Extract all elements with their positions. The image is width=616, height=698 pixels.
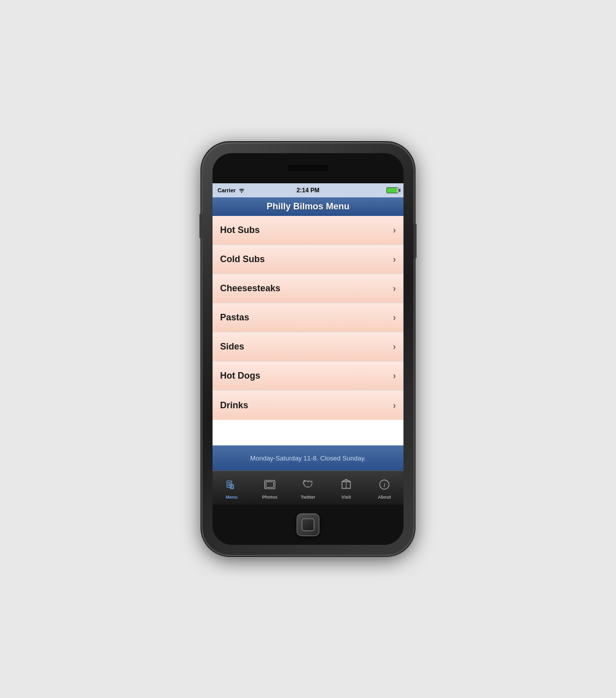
status-time: 2:14 PM xyxy=(296,187,319,194)
navigation-bar: Philly Bilmos Menu xyxy=(213,197,403,216)
menu-item-pastas[interactable]: Pastas › xyxy=(213,303,403,332)
menu-item-hot-subs[interactable]: Hot Subs › xyxy=(213,216,403,245)
wifi-icon xyxy=(238,188,245,193)
status-right xyxy=(386,187,398,193)
chevron-icon-hot-subs: › xyxy=(393,225,396,236)
menu-item-label-pastas: Pastas xyxy=(220,312,249,323)
menu-item-label-hot-subs: Hot Subs xyxy=(220,225,260,236)
tab-twitter[interactable]: Twitter xyxy=(289,471,327,505)
phone-body: Carrier 2:14 PM Philly Bilmos Menu xyxy=(213,153,403,545)
menu-item-hot-dogs[interactable]: Hot Dogs › xyxy=(213,362,403,391)
phone-top-area xyxy=(213,153,403,183)
svg-rect-4 xyxy=(230,485,234,489)
tab-menu-label: Menu xyxy=(226,495,238,500)
menu-item-label-hot-dogs: Hot Dogs xyxy=(220,371,260,381)
status-carrier: Carrier xyxy=(218,187,245,193)
chevron-icon-cold-subs: › xyxy=(393,254,396,265)
screen: Carrier 2:14 PM Philly Bilmos Menu xyxy=(213,183,403,505)
chevron-icon-pastas: › xyxy=(393,312,396,323)
nav-title: Philly Bilmos Menu xyxy=(218,201,398,212)
hours-text: Monday-Saturday 11-8. Closed Sunday. xyxy=(250,454,366,462)
menu-item-label-drinks: Drinks xyxy=(220,400,248,411)
carrier-text: Carrier xyxy=(218,187,236,193)
menu-item-sides[interactable]: Sides › xyxy=(213,332,403,362)
phone-device: Carrier 2:14 PM Philly Bilmos Menu xyxy=(202,143,414,555)
battery-fill xyxy=(387,188,397,193)
menu-item-cold-subs[interactable]: Cold Subs › xyxy=(213,245,403,274)
home-button[interactable] xyxy=(296,513,320,536)
twitter-tab-icon xyxy=(301,478,315,493)
tab-bar: Menu Photos xyxy=(213,471,403,505)
visit-tab-icon xyxy=(340,478,353,493)
about-tab-icon: i xyxy=(378,478,391,493)
tab-photos-label: Photos xyxy=(262,495,278,500)
menu-list: Hot Subs › Cold Subs › Cheesesteaks › Pa… xyxy=(213,216,403,445)
menu-item-label-cheesesteaks: Cheesesteaks xyxy=(220,283,280,294)
menu-item-label-cold-subs: Cold Subs xyxy=(220,254,265,265)
tab-twitter-label: Twitter xyxy=(301,495,316,500)
svg-text:i: i xyxy=(383,481,385,489)
speaker-slot xyxy=(288,165,328,171)
tab-photos[interactable]: Photos xyxy=(251,471,289,505)
svg-rect-6 xyxy=(266,482,274,487)
chevron-icon-cheesesteaks: › xyxy=(393,283,396,294)
tab-visit-label: Visit xyxy=(342,495,351,500)
tab-about[interactable]: i About xyxy=(365,471,403,505)
chevron-icon-hot-dogs: › xyxy=(393,371,396,381)
battery-icon xyxy=(386,187,398,193)
tab-about-label: About xyxy=(378,495,391,500)
chevron-icon-drinks: › xyxy=(393,400,396,411)
hours-footer: Monday-Saturday 11-8. Closed Sunday. xyxy=(213,445,403,471)
photos-tab-icon xyxy=(263,478,276,493)
chevron-icon-sides: › xyxy=(393,341,396,352)
tab-visit[interactable]: Visit xyxy=(327,471,365,505)
home-button-inner xyxy=(301,518,315,531)
menu-item-drinks[interactable]: Drinks › xyxy=(213,391,403,420)
menu-item-label-sides: Sides xyxy=(220,341,244,352)
phone-bottom-area xyxy=(213,505,403,545)
tab-menu[interactable]: Menu xyxy=(213,471,251,505)
menu-tab-icon xyxy=(225,478,238,493)
menu-item-cheesesteaks[interactable]: Cheesesteaks › xyxy=(213,274,403,303)
status-bar: Carrier 2:14 PM xyxy=(213,183,403,197)
